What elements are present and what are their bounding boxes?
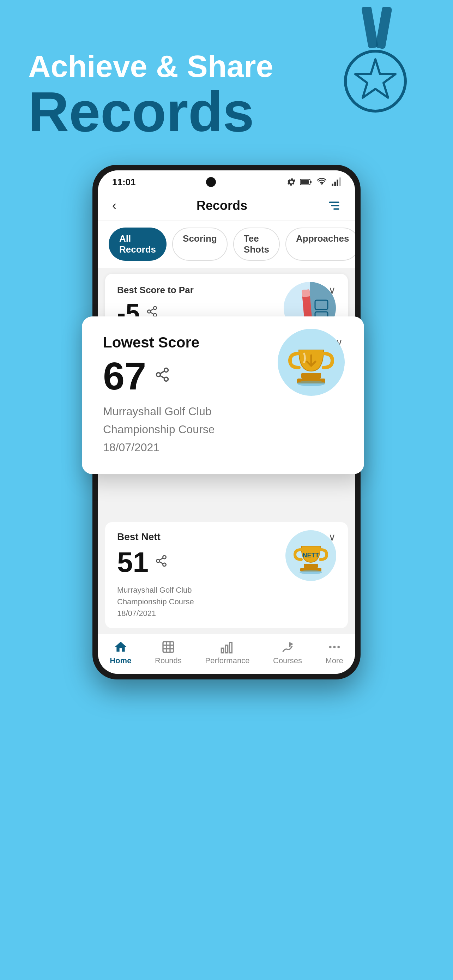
best-nett-card: ∨ Best Nett 51 Murrayshall Golf ClubCham…: [105, 522, 348, 628]
tab-approaches[interactable]: Approaches: [285, 228, 355, 261]
svg-marker-3: [355, 59, 396, 98]
camera-notch: [206, 177, 216, 187]
svg-rect-19: [339, 177, 341, 186]
wifi-status-icon: [316, 177, 327, 187]
trophy-illustration: [276, 327, 347, 399]
performance-nav-label: Performance: [205, 656, 250, 665]
svg-rect-44: [163, 642, 173, 652]
home-nav-icon: [114, 640, 128, 654]
svg-line-38: [159, 558, 163, 560]
svg-point-53: [329, 646, 332, 648]
lowest-score-title: Lowest Score: [103, 334, 199, 351]
nav-courses[interactable]: Courses: [266, 640, 309, 665]
svg-line-27: [150, 309, 154, 311]
svg-line-26: [150, 312, 154, 314]
tabs-container: All Records Scoring Tee Shots Approaches: [98, 221, 355, 268]
phone-section: Lowest Score ∨ 67: [0, 165, 453, 701]
tab-scoring[interactable]: Scoring: [172, 228, 227, 261]
svg-point-12: [297, 381, 325, 386]
nav-performance[interactable]: Performance: [198, 640, 256, 665]
nav-home[interactable]: Home: [103, 640, 138, 665]
best-score-title: Best Score to Par: [117, 285, 194, 296]
nav-more[interactable]: More: [319, 640, 350, 665]
performance-nav-icon: [220, 640, 234, 654]
svg-rect-16: [332, 184, 334, 186]
tab-tee-shots[interactable]: Tee Shots: [233, 228, 280, 261]
gear-status-icon: [286, 177, 296, 187]
back-button[interactable]: ‹: [112, 198, 116, 213]
lowest-score-info: Murrayshall Golf ClubChampionship Course…: [103, 402, 343, 457]
best-nett-share-icon[interactable]: [155, 555, 168, 570]
lowest-score-card: Lowest Score ∨ 67: [82, 317, 364, 474]
svg-rect-1: [375, 7, 392, 49]
svg-rect-0: [361, 7, 378, 49]
svg-rect-40: [304, 564, 318, 568]
svg-rect-14: [301, 180, 309, 184]
svg-rect-30: [302, 289, 310, 297]
filter-icon[interactable]: [327, 199, 341, 212]
app-title: Records: [197, 198, 247, 213]
svg-line-7: [160, 376, 165, 378]
lowest-score-value: 67: [103, 356, 146, 395]
svg-rect-51: [230, 642, 232, 652]
svg-rect-15: [310, 181, 312, 183]
battery-status-icon: [300, 177, 313, 187]
bottom-nav: Home Rounds: [98, 634, 355, 674]
status-icons: [286, 177, 341, 187]
lowest-score-share-icon[interactable]: [154, 367, 170, 385]
nett-trophy-illustration: NETT: [285, 529, 337, 584]
svg-line-37: [159, 562, 163, 564]
svg-rect-10: [301, 373, 321, 379]
courses-nav-icon: [280, 640, 295, 654]
app-header: ‹ Records: [98, 191, 355, 221]
signal-status-icon: [331, 177, 341, 187]
best-nett-info: Murrayshall Golf ClubChampionship Course…: [117, 584, 336, 619]
svg-rect-18: [337, 180, 339, 186]
svg-rect-49: [222, 648, 224, 652]
svg-rect-17: [334, 182, 336, 186]
svg-rect-50: [226, 645, 228, 653]
tab-all-records[interactable]: All Records: [109, 228, 167, 261]
svg-point-55: [337, 646, 340, 648]
rounds-nav-icon: [161, 640, 175, 654]
more-nav-icon: [327, 640, 342, 654]
medal-illustration: [326, 7, 425, 113]
courses-nav-label: Courses: [273, 656, 302, 665]
hero-section: Achieve & Share Records: [0, 0, 453, 154]
svg-point-43: [300, 570, 322, 574]
status-time: 11:01: [112, 177, 136, 188]
status-bar: 11:01: [98, 170, 355, 191]
nav-rounds[interactable]: Rounds: [148, 640, 189, 665]
more-nav-label: More: [326, 656, 343, 665]
svg-text:NETT: NETT: [303, 552, 319, 559]
phone-outer: Lowest Score ∨ 67: [92, 165, 361, 679]
rounds-nav-label: Rounds: [155, 656, 182, 665]
svg-line-8: [160, 371, 165, 374]
best-nett-value: 51: [117, 546, 149, 579]
svg-point-54: [333, 646, 335, 648]
home-nav-label: Home: [110, 656, 131, 665]
